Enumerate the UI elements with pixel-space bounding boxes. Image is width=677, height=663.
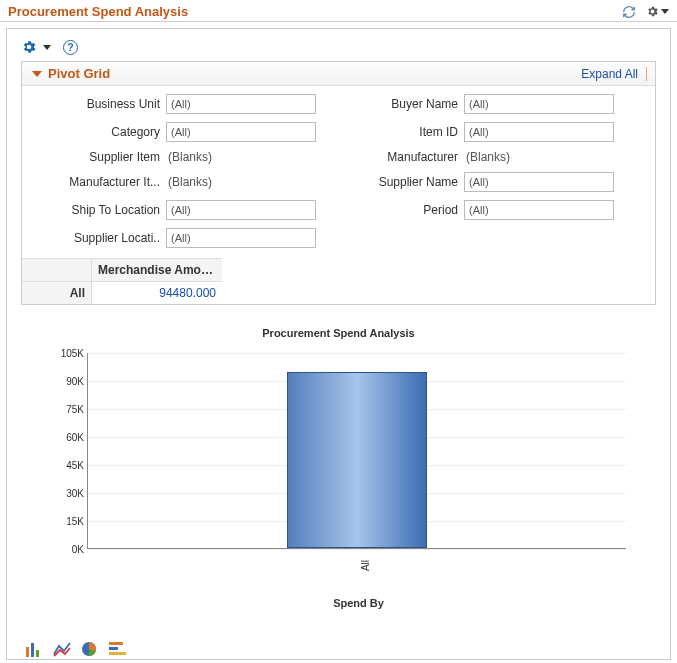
y-tick-label: 0K <box>50 544 84 555</box>
summary-row-label: All <box>22 282 92 304</box>
divider <box>646 67 647 81</box>
filter-label: Manufacturer It... <box>22 175 162 189</box>
filter-value[interactable]: (All) <box>166 122 316 142</box>
summary-value[interactable]: 94480.000 <box>92 282 222 304</box>
svg-rect-2 <box>36 650 39 657</box>
filter-label: Business Unit <box>22 97 162 111</box>
summary-col-header: Merchandise Amou... <box>92 259 222 282</box>
chart-x-category: All <box>359 560 370 571</box>
chart-x-label: Spend By <box>71 597 646 609</box>
chart-bar[interactable] <box>287 372 427 548</box>
collapse-icon[interactable] <box>32 71 42 77</box>
filter-value: (Blanks) <box>166 175 316 189</box>
filter-label: Supplier Item <box>22 150 162 164</box>
pie-chart-icon[interactable] <box>81 641 99 657</box>
svg-rect-4 <box>109 642 123 645</box>
filter-label: Buyer Name <box>320 97 460 111</box>
y-tick-label: 30K <box>50 488 84 499</box>
y-tick-label: 60K <box>50 432 84 443</box>
settings-dropdown-icon[interactable] <box>646 5 669 18</box>
expand-all-link[interactable]: Expand All <box>581 67 638 81</box>
y-tick-label: 75K <box>50 404 84 415</box>
y-tick-label: 45K <box>50 460 84 471</box>
y-tick-label: 15K <box>50 516 84 527</box>
pivot-title: Pivot Grid <box>48 66 110 81</box>
options-caret-icon[interactable] <box>43 45 51 50</box>
gridline <box>88 549 626 550</box>
filter-value[interactable]: (All) <box>166 94 316 114</box>
page-title: Procurement Spend Analysis <box>8 4 188 19</box>
svg-rect-0 <box>26 647 29 657</box>
options-gear-icon[interactable] <box>21 39 37 55</box>
chart-plot-area: 0K15K30K45K60K75K90K105K <box>87 353 626 549</box>
filter-value[interactable]: (All) <box>166 200 316 220</box>
filter-label: Period <box>320 203 460 217</box>
filter-value[interactable]: (All) <box>464 122 614 142</box>
filter-label: Ship To Location <box>22 203 162 217</box>
refresh-icon[interactable] <box>622 5 636 19</box>
pivot-grid-panel: Pivot Grid Expand All Business Unit(All)… <box>21 61 656 305</box>
filter-label: Supplier Locati.. <box>22 231 162 245</box>
filter-value[interactable]: (All) <box>464 94 614 114</box>
filter-value[interactable]: (All) <box>464 200 614 220</box>
main-card: ? Pivot Grid Expand All Business Unit(Al… <box>6 28 671 660</box>
filter-label: Manufacturer <box>320 150 460 164</box>
gridline <box>88 353 626 354</box>
filter-value: (Blanks) <box>166 150 316 164</box>
help-icon[interactable]: ? <box>63 40 78 55</box>
chart-y-label: Merchandise Amount <box>0 418 1 529</box>
summary-blank-header <box>22 259 92 282</box>
line-chart-icon[interactable] <box>53 641 71 657</box>
y-tick-label: 105K <box>50 348 84 359</box>
summary-table: Merchandise Amou... All 94480.000 <box>22 258 222 304</box>
hbar-chart-icon[interactable] <box>109 641 127 657</box>
filter-label: Item ID <box>320 125 460 139</box>
filter-label: Supplier Name <box>320 175 460 189</box>
svg-rect-6 <box>109 652 126 655</box>
filter-label: Category <box>22 125 162 139</box>
bar-chart-icon[interactable] <box>25 641 43 657</box>
svg-rect-5 <box>109 647 118 650</box>
filter-value: (Blanks) <box>464 150 614 164</box>
svg-rect-1 <box>31 643 34 657</box>
y-tick-label: 90K <box>50 376 84 387</box>
filter-value[interactable]: (All) <box>464 172 614 192</box>
chart-title: Procurement Spend Analysis <box>31 327 646 339</box>
filter-value[interactable]: (All) <box>166 228 316 248</box>
